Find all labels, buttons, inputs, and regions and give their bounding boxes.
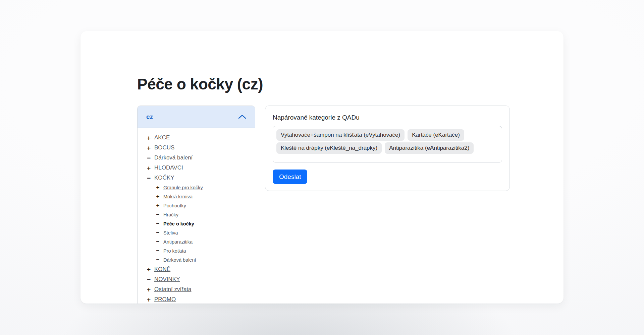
tree-category-link[interactable]: Ostatní zvířata xyxy=(154,286,192,293)
tree-expand-toggle[interactable]: + xyxy=(146,266,151,273)
locale-label: cz xyxy=(146,113,153,121)
tree-item: + AKCE xyxy=(138,133,255,143)
tree-item: − Antiparazitika xyxy=(138,237,255,246)
tree-category-link[interactable]: KOČKY xyxy=(154,175,174,181)
tree-item: − Péče o kočky xyxy=(138,219,255,228)
desktop-background: Péče o kočky (cz) cz + AK xyxy=(0,0,644,335)
tree-item: + PROMO xyxy=(138,294,255,304)
tree-category-link[interactable]: Antiparazitika xyxy=(163,239,193,245)
tree-expand-toggle[interactable]: + xyxy=(146,135,151,141)
main-card: Péče o kočky (cz) cz + AK xyxy=(80,31,564,304)
tree-expand-toggle[interactable]: − xyxy=(155,212,160,217)
tree-expand-toggle[interactable]: − xyxy=(155,257,160,263)
tree-item: − Dárková balení xyxy=(138,255,255,264)
category-tag[interactable]: Vytahovače+šampon na klíšťata (eVytahova… xyxy=(276,129,405,141)
tree-item: + Mokrá krmiva xyxy=(138,192,255,201)
tree-expand-toggle[interactable]: − xyxy=(146,155,151,161)
tree-category-link[interactable]: Dárková balení xyxy=(163,257,196,263)
tree-category-link[interactable]: BOCUS xyxy=(154,144,174,151)
tree-item: − Steliva xyxy=(138,228,255,237)
tree-item: − Hračky xyxy=(138,210,255,219)
tree-expand-toggle[interactable]: + xyxy=(155,203,160,208)
tree-item: − NOVINKY xyxy=(138,274,255,284)
mapped-categories-input[interactable]: Vytahovače+šampon na klíšťata (eVytahova… xyxy=(273,126,502,162)
tree-expand-toggle[interactable]: − xyxy=(155,221,160,226)
tree-category-link[interactable]: HLODAVCI xyxy=(154,164,183,171)
mapped-categories-card: Napárované kategorie z QADu Vytahovače+š… xyxy=(265,106,510,191)
mapped-categories-label: Napárované kategorie z QADu xyxy=(273,114,502,121)
tree-category-link[interactable]: PROMO xyxy=(154,296,176,303)
locale-accordion-header[interactable]: cz xyxy=(138,106,255,128)
tree-expand-toggle[interactable]: − xyxy=(146,175,151,181)
tree-expand-toggle[interactable]: + xyxy=(155,185,160,190)
tree-category-link[interactable]: Péče o kočky xyxy=(163,221,194,226)
tree-expand-toggle[interactable]: + xyxy=(146,145,151,151)
tree-item: − KOČKY xyxy=(138,173,255,183)
tree-category-link[interactable]: Granule pro kočky xyxy=(163,185,203,190)
tree-expand-toggle[interactable]: − xyxy=(155,239,160,245)
chevron-up-icon xyxy=(238,115,246,119)
submit-button[interactable]: Odeslat xyxy=(273,170,307,184)
category-tag[interactable]: Kleště na drápky (eKleště_na_drápky) xyxy=(276,142,382,154)
tree-category-link[interactable]: AKCE xyxy=(154,134,170,141)
tree-category-link[interactable]: Steliva xyxy=(163,230,178,236)
tree-category-link[interactable]: Mokrá krmiva xyxy=(163,194,193,199)
category-tag[interactable]: Kartáče (eKartáče) xyxy=(408,129,464,141)
tree-expand-toggle[interactable]: − xyxy=(155,230,160,236)
category-tag[interactable]: Antiparazitika (eAntiparazitika2) xyxy=(385,142,474,154)
tree-category-link[interactable]: Pro koťata xyxy=(163,248,186,254)
tree-item: − Pro koťata xyxy=(138,246,255,255)
tree-category-link[interactable]: Pochoutky xyxy=(163,203,186,208)
tree-item: + Pochoutky xyxy=(138,201,255,210)
tree-category-link[interactable]: Hračky xyxy=(163,212,178,217)
tree-item: + KONĚ xyxy=(138,264,255,274)
tree-item: + Ostatní zvířata xyxy=(138,284,255,294)
tree-category-link[interactable]: Dárková balení xyxy=(154,154,193,161)
tree-category-link[interactable]: NOVINKY xyxy=(154,276,180,283)
tree-item: + HLODAVCI xyxy=(138,163,255,173)
tree-item: + Granule pro kočky xyxy=(138,183,255,192)
tree-expand-toggle[interactable]: + xyxy=(146,165,151,171)
tree-item: + BOCUS xyxy=(138,143,255,153)
tree-category-link[interactable]: KONĚ xyxy=(154,266,170,273)
tree-item: − Dárková balení xyxy=(138,153,255,163)
tree-expand-toggle[interactable]: − xyxy=(146,276,151,283)
page-title: Péče o kočky (cz) xyxy=(137,75,564,93)
tree-expand-toggle[interactable]: + xyxy=(155,194,160,199)
tree-expand-toggle[interactable]: − xyxy=(155,248,160,254)
category-tree-panel: cz + AKCE xyxy=(137,106,255,304)
content-row: cz + AKCE xyxy=(137,106,564,304)
tree-expand-toggle[interactable]: + xyxy=(146,296,151,303)
tree-expand-toggle[interactable]: + xyxy=(146,286,151,293)
category-tree: + AKCE + BOCUS − Dárková balení xyxy=(138,128,255,304)
